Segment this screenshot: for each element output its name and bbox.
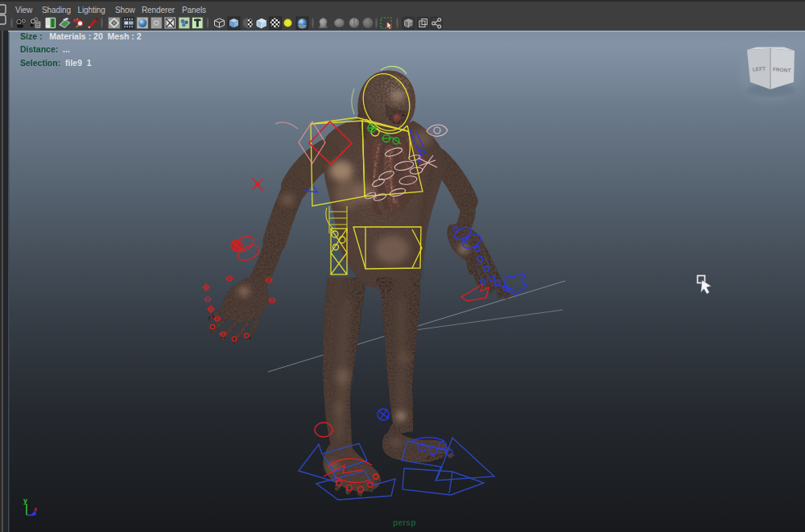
svg-text:x: x: [35, 506, 38, 512]
svg-text:y: y: [23, 497, 27, 505]
svg-text:LEFT: LEFT: [752, 65, 766, 72]
